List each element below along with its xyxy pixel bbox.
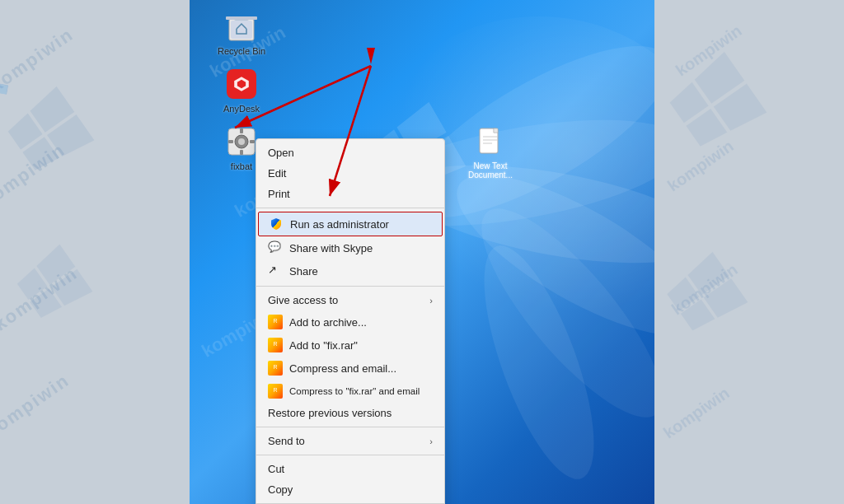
anydesk-desktop-icon[interactable]: AnyDesk — [213, 64, 270, 117]
windows-logo-watermark — [12, 245, 95, 328]
fixbat-svg — [227, 127, 256, 156]
ctx-share[interactable]: ↗ Share — [256, 259, 444, 282]
ctx-separator-1 — [256, 208, 444, 208]
anydesk-logo — [232, 75, 251, 93]
ctx-separator-2 — [256, 286, 444, 287]
right-panel: kompiwin kompiwin kompiwin kompiwin — [654, 0, 844, 504]
ctx-add-fix-rar-label: Add to "fix.rar" — [289, 339, 358, 352]
ctx-open-label: Open — [268, 147, 294, 159]
svg-rect-15 — [240, 150, 243, 155]
left-panel: kompiwin 🔷 kompiwin kompiwin kompiwin — [0, 0, 190, 504]
ctx-compress-email[interactable]: R Compress and email... — [256, 357, 444, 380]
ctx-compress-email-label: Compress and email... — [289, 362, 396, 375]
desktop: kompiwin 🔷 kompiwin kompiwin kompiwin ko… — [0, 0, 844, 504]
windows-logo-watermark — [2, 86, 96, 181]
ctx-copy-label: Copy — [268, 483, 293, 496]
rar-icon: R — [268, 315, 283, 329]
new-text-image — [474, 125, 507, 158]
ctx-open[interactable]: Open — [256, 142, 444, 163]
svg-rect-16 — [228, 140, 233, 143]
ctx-add-archive-label: Add to archive... — [289, 316, 367, 329]
new-text-document-icon[interactable]: New Text Document... — [462, 122, 519, 183]
svg-rect-10 — [226, 16, 257, 20]
arrow-icon-2: › — [429, 436, 433, 446]
ctx-run-as-admin-label: Run as administrator — [290, 218, 389, 231]
ctx-send-to-label: Send to — [268, 435, 305, 447]
ctx-compress-fix-email[interactable]: R Compress to "fix.rar" and email — [256, 380, 444, 403]
ctx-restore-versions[interactable]: Restore previous versions — [256, 403, 444, 423]
ctx-give-access-label: Give access to — [268, 294, 338, 306]
svg-rect-14 — [240, 128, 243, 133]
recycle-bin-image — [225, 10, 258, 43]
ctx-print[interactable]: Print — [256, 184, 444, 204]
ctx-cut-label: Cut — [268, 463, 284, 475]
rar-icon-2: R — [268, 338, 283, 352]
ctx-print-label: Print — [268, 188, 290, 200]
share-icon: ↗ — [268, 264, 283, 278]
new-text-label: New Text Document... — [465, 161, 516, 180]
ctx-restore-label: Restore previous versions — [268, 407, 392, 419]
shield-icon — [269, 217, 284, 231]
ctx-give-access[interactable]: Give access to › — [256, 290, 444, 310]
ctx-copy[interactable]: Copy — [256, 479, 444, 500]
ctx-share-skype[interactable]: 💬 Share with Skype — [256, 236, 444, 259]
skype-icon: 💬 — [268, 240, 283, 255]
svg-rect-17 — [250, 140, 255, 143]
anydesk-label: AnyDesk — [223, 104, 260, 114]
ctx-separator-4 — [256, 455, 444, 455]
arrow-icon: › — [429, 296, 433, 306]
svg-rect-19 — [494, 128, 498, 133]
watermark: 🔷 — [0, 80, 12, 99]
windows-logo-watermark — [662, 252, 750, 341]
recycle-bin-label: Recycle Bin — [218, 46, 265, 56]
watermark: kompiwin — [660, 384, 734, 443]
fixbat-image — [225, 125, 258, 158]
ctx-separator-3 — [256, 427, 444, 427]
ctx-add-fix-rar[interactable]: R Add to "fix.rar" — [256, 334, 444, 357]
ctx-compress-fix-email-label: Compress to "fix.rar" and email — [289, 386, 420, 396]
ctx-send-to[interactable]: Send to › — [256, 431, 444, 451]
recycle-bin-svg — [226, 11, 257, 42]
watermark: kompiwin — [0, 24, 77, 97]
ctx-share-label: Share — [289, 265, 318, 278]
ctx-cut[interactable]: Cut — [256, 459, 444, 479]
anydesk-icon — [227, 69, 256, 99]
text-document-svg — [476, 127, 505, 156]
rar-icon-4: R — [268, 384, 283, 399]
watermark: kompiwin — [0, 370, 73, 443]
ctx-edit-label: Edit — [268, 167, 286, 180]
ctx-edit[interactable]: Edit — [256, 163, 444, 184]
fixbat-label: fixbat — [231, 161, 252, 171]
ctx-run-as-admin[interactable]: Run as administrator — [258, 212, 443, 236]
recycle-bin-icon[interactable]: Recycle Bin — [213, 7, 270, 59]
svg-point-13 — [238, 138, 245, 145]
anydesk-image — [225, 68, 258, 100]
rar-icon-3: R — [268, 361, 283, 376]
ctx-add-archive[interactable]: R Add to archive... — [256, 310, 444, 334]
ctx-share-skype-label: Share with Skype — [289, 242, 373, 254]
context-menu: Open Edit Print — [256, 138, 445, 504]
